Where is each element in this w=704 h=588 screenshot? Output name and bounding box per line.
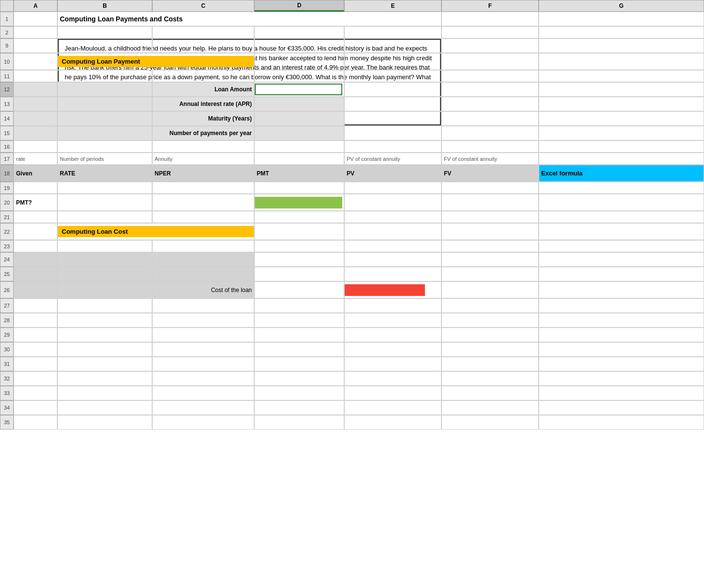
cell-17f: FV of constant annuity (441, 153, 539, 165)
row-29: 29 (0, 328, 704, 342)
cell-13f (441, 97, 539, 111)
cell-23c (152, 240, 254, 252)
cell-20d-pmt-value[interactable] (254, 194, 344, 211)
row-34: 34 (0, 400, 704, 415)
cell-24e (344, 252, 441, 267)
loan-amount-input[interactable] (255, 84, 342, 95)
row-num-29: 29 (0, 328, 14, 342)
cell-30b (57, 342, 152, 357)
cell-12g (539, 82, 704, 97)
cell-31b (57, 357, 152, 371)
col-header-b[interactable]: B (57, 0, 152, 12)
cell-18d-pmt: PMT (254, 165, 344, 182)
cost-of-loan-cell[interactable] (345, 284, 425, 296)
cell-9a (14, 38, 57, 53)
cell-28f (441, 313, 539, 328)
cell-24b (57, 252, 152, 267)
cell-30d (254, 342, 344, 357)
row-num-13: 13 (0, 97, 14, 111)
cell-23a (14, 240, 57, 252)
cell-11a (14, 70, 57, 82)
cell-13b (57, 97, 152, 111)
row-21: 21 (0, 211, 704, 223)
row-18: 18 Given RATE NPER PMT PV FV Excel formu… (0, 165, 704, 182)
cell-15f (441, 126, 539, 140)
cell-20a-pmt-label: PMT? (14, 194, 57, 211)
cell-20g (539, 194, 704, 211)
cell-29g (539, 328, 704, 342)
cell-21d (254, 211, 344, 223)
cell-32d (254, 371, 344, 386)
cell-28g (539, 313, 704, 328)
cell-17g (539, 153, 704, 165)
cell-18a-given: Given (14, 165, 57, 182)
cell-35d (254, 415, 344, 430)
row-num-11: 11 (0, 70, 14, 82)
cell-2f (441, 26, 539, 38)
cell-14g (539, 111, 704, 126)
row-num-30: 30 (0, 342, 14, 357)
cell-14e (344, 111, 441, 126)
cell-17b: Number of periods (57, 153, 152, 165)
row-num-28: 28 (0, 313, 14, 328)
row-num-23: 23 (0, 240, 14, 252)
row-2: 2 (0, 26, 704, 38)
cell-35f (441, 415, 539, 430)
cell-18g-excel: Excel formula (539, 165, 704, 182)
cell-21a (14, 211, 57, 223)
row-10: 10 Computing Loan Payment (0, 53, 704, 70)
cell-15a (14, 126, 57, 140)
cell-23b (57, 240, 152, 252)
column-header-row: A B C D E F G (0, 0, 704, 12)
cell-12d-input[interactable] (254, 82, 344, 97)
cell-32g (539, 371, 704, 386)
cell-26f (441, 281, 539, 298)
pmt-result-cell[interactable] (255, 197, 342, 208)
cell-26a (14, 281, 57, 298)
cell-9d (254, 38, 344, 53)
cell-21e (344, 211, 441, 223)
cell-33f (441, 386, 539, 400)
cell-34f (441, 400, 539, 415)
cell-16f (441, 140, 539, 153)
cell-24g (539, 252, 704, 267)
cell-32e (344, 371, 441, 386)
cell-31g (539, 357, 704, 371)
cell-15e (344, 126, 441, 140)
cell-22-section2: Computing Loan Cost (57, 223, 254, 240)
cell-20b (57, 194, 152, 211)
cell-35a (14, 415, 57, 430)
cell-15d (254, 126, 344, 140)
row-14: 14 Maturity (Years) (0, 111, 704, 126)
cell-26g (539, 281, 704, 298)
col-header-g[interactable]: G (539, 0, 704, 12)
row-26: 26 Cost of the loan (0, 281, 704, 298)
cell-11g (539, 70, 704, 82)
col-header-a[interactable]: A (14, 0, 57, 12)
cell-10g (539, 53, 704, 70)
cell-34g (539, 400, 704, 415)
col-header-d[interactable]: D (254, 0, 344, 12)
cell-26d (254, 281, 344, 298)
row-num-31: 31 (0, 357, 14, 371)
cell-33g (539, 386, 704, 400)
cell-10f (441, 53, 539, 70)
row-num-12: 12 (0, 82, 14, 97)
cell-12a (14, 82, 57, 97)
cell-19c (152, 182, 254, 194)
cell-31e (344, 357, 441, 371)
cell-26e-cost[interactable] (344, 281, 441, 298)
cell-30a (14, 342, 57, 357)
cell-26b (57, 281, 152, 298)
cell-13g (539, 97, 704, 111)
col-header-c[interactable]: C (152, 0, 254, 12)
cell-25a (14, 267, 57, 281)
cell-27c (152, 298, 254, 313)
row-num-16: 16 (0, 140, 14, 153)
cell-17a: rate (14, 153, 57, 165)
row-num-20: 20 (0, 194, 14, 211)
row-num-9: 9 (0, 38, 14, 53)
cell-24d (254, 252, 344, 267)
col-header-f[interactable]: F (441, 0, 539, 12)
col-header-e[interactable]: E (344, 0, 441, 12)
